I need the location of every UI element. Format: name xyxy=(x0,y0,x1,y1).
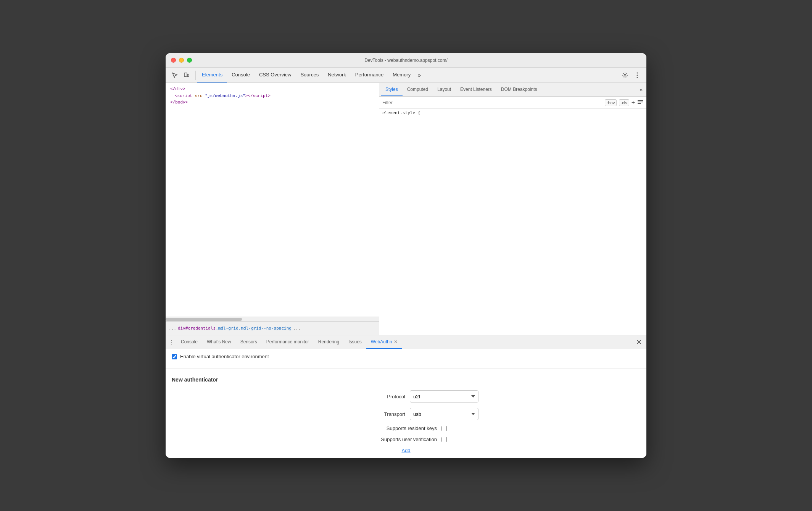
user-verify-row: Supports user verification xyxy=(172,437,640,442)
drawer-tab-issues[interactable]: Issues xyxy=(344,335,366,349)
drawer-menu-icon[interactable]: ⋮ xyxy=(167,338,176,347)
tab-elements[interactable]: Elements xyxy=(197,68,227,82)
user-verify-checkbox[interactable] xyxy=(441,437,447,442)
drawer-tab-rendering[interactable]: Rendering xyxy=(314,335,344,349)
scrollbar-thumb[interactable] xyxy=(166,318,242,321)
svg-rect-1 xyxy=(187,74,189,77)
enable-virtual-label: Enable virtual authenticator environment xyxy=(180,354,269,359)
svg-rect-9 xyxy=(638,103,641,104)
filter-bar: :hov .cls + xyxy=(379,97,646,109)
drawer-tab-whats-new[interactable]: What's New xyxy=(202,335,236,349)
toggle-style-icon[interactable] xyxy=(637,99,643,107)
tab-event-listeners[interactable]: Event Listeners xyxy=(456,83,496,96)
toolbar-right xyxy=(620,70,645,81)
tab-performance[interactable]: Performance xyxy=(351,68,388,82)
add-style-icon[interactable]: + xyxy=(632,99,635,106)
minimize-button[interactable] xyxy=(179,58,184,63)
new-auth-title: New authenticator xyxy=(172,377,640,383)
breadcrumb: ... div#credentials.mdl-grid.mdl-grid--n… xyxy=(166,321,379,335)
section-divider xyxy=(166,369,646,369)
enable-virtual-row: Enable virtual authenticator environment xyxy=(172,354,640,359)
drawer-tab-sensors[interactable]: Sensors xyxy=(236,335,262,349)
hov-button[interactable]: :hov xyxy=(605,99,617,106)
devtools-window: DevTools - webauthndemo.appspot.com/ Ele… xyxy=(166,53,646,458)
protocol-select[interactable]: u2f ctap2 xyxy=(410,390,478,403)
svg-point-5 xyxy=(637,74,638,76)
drawer-tab-console[interactable]: Console xyxy=(176,335,202,349)
drawer-tab-performance-monitor[interactable]: Performance monitor xyxy=(262,335,314,349)
maximize-button[interactable] xyxy=(187,58,192,63)
svg-point-4 xyxy=(637,72,638,73)
breadcrumb-more[interactable]: ... xyxy=(293,326,301,331)
protocol-row: Protocol u2f ctap2 xyxy=(172,390,640,403)
code-line-3: </body> xyxy=(170,99,374,106)
resident-keys-label: Supports resident keys xyxy=(365,425,441,431)
tab-layout[interactable]: Layout xyxy=(433,83,456,96)
tab-css-overview[interactable]: CSS Overview xyxy=(255,68,296,82)
more-styles-tabs-icon[interactable]: » xyxy=(637,87,645,93)
toolbar-icon-group xyxy=(167,70,194,81)
resident-keys-checkbox[interactable] xyxy=(441,426,447,431)
toolbar-tabs: Elements Console CSS Overview Sources Ne… xyxy=(197,68,423,82)
drawer-tabs: ⋮ Console What's New Sensors Performance… xyxy=(166,335,646,349)
cls-button[interactable]: .cls xyxy=(619,99,629,106)
add-button[interactable]: Add xyxy=(401,448,410,453)
styles-tabs: Styles Computed Layout Event Listeners D… xyxy=(379,83,646,97)
drawer-tab-webauthn[interactable]: WebAuthn ✕ xyxy=(366,335,402,349)
titlebar: DevTools - webauthndemo.appspot.com/ xyxy=(166,53,646,68)
devtools-toolbar: Elements Console CSS Overview Sources Ne… xyxy=(166,68,646,83)
tab-computed[interactable]: Computed xyxy=(403,83,433,96)
titlebar-title: DevTools - webauthndemo.appspot.com/ xyxy=(364,58,447,63)
webauthn-content: Enable virtual authenticator environment… xyxy=(166,349,646,458)
code-line-2: <script src="js/webauthn.js"></script> xyxy=(170,93,374,100)
svg-point-3 xyxy=(624,74,626,76)
close-button[interactable] xyxy=(171,58,176,63)
tab-dom-breakpoints[interactable]: DOM Breakpoints xyxy=(496,83,542,96)
element-style: element.style { xyxy=(379,109,646,117)
user-verify-label: Supports user verification xyxy=(365,437,441,442)
breadcrumb-dots[interactable]: ... xyxy=(169,326,176,331)
traffic-lights xyxy=(166,58,192,63)
inspect-element-icon[interactable] xyxy=(169,70,180,81)
device-toolbar-icon[interactable] xyxy=(181,70,192,81)
svg-rect-7 xyxy=(638,100,643,101)
bottom-drawer: ⋮ Console What's New Sensors Performance… xyxy=(166,335,646,458)
close-webauthn-tab-icon[interactable]: ✕ xyxy=(394,339,398,344)
transport-row: Transport usb nfc ble internal xyxy=(172,408,640,420)
more-tabs-icon[interactable]: » xyxy=(415,72,423,79)
toolbar-divider xyxy=(195,71,196,80)
add-btn-row: Add xyxy=(172,448,640,453)
tab-memory[interactable]: Memory xyxy=(388,68,415,82)
breadcrumb-element[interactable]: div#credentials.mdl-grid.mdl-grid--no-sp… xyxy=(178,326,292,331)
tab-network[interactable]: Network xyxy=(323,68,351,82)
devtools-body: </div> <script src="js/webauthn.js"></sc… xyxy=(166,83,646,335)
protocol-label: Protocol xyxy=(334,394,410,399)
close-drawer-icon[interactable]: ✕ xyxy=(633,338,645,346)
tab-console[interactable]: Console xyxy=(227,68,255,82)
filter-actions: :hov .cls + xyxy=(605,99,643,107)
customize-icon[interactable] xyxy=(632,70,643,81)
horizontal-scrollbar[interactable] xyxy=(166,317,379,321)
svg-rect-8 xyxy=(638,102,643,102)
transport-label: Transport xyxy=(334,411,410,417)
code-line-1: </div> xyxy=(170,86,374,93)
elements-code: </div> <script src="js/webauthn.js"></sc… xyxy=(166,83,379,317)
styles-panel: Styles Computed Layout Event Listeners D… xyxy=(379,83,646,335)
transport-select[interactable]: usb nfc ble internal xyxy=(410,408,478,420)
tab-sources[interactable]: Sources xyxy=(296,68,323,82)
tab-styles[interactable]: Styles xyxy=(381,83,403,96)
resident-keys-row: Supports resident keys xyxy=(172,425,640,431)
filter-input[interactable] xyxy=(382,100,605,105)
settings-icon[interactable] xyxy=(620,70,630,81)
enable-virtual-checkbox[interactable] xyxy=(172,354,177,359)
elements-panel: </div> <script src="js/webauthn.js"></sc… xyxy=(166,83,379,335)
svg-point-6 xyxy=(637,77,638,78)
